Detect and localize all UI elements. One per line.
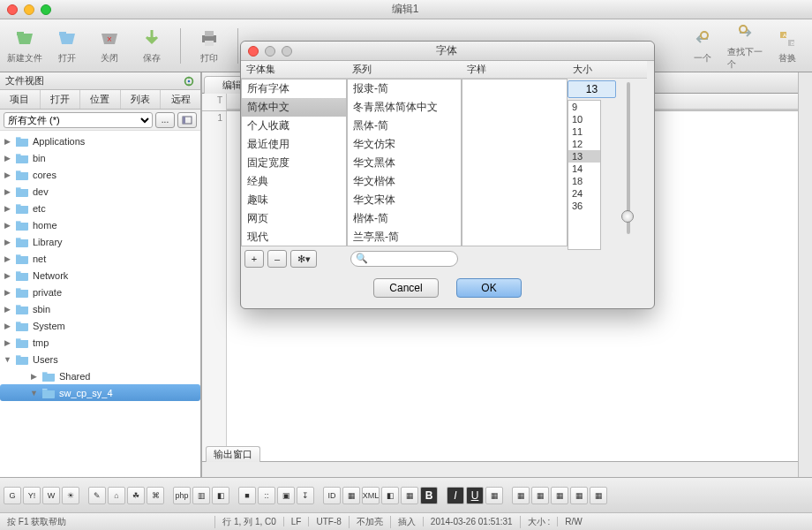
bottom-icon[interactable]: ▣ <box>277 487 295 504</box>
fontset-list[interactable]: 所有字体简体中文个人收藏最近使用固定宽度经典趣味网页现代PDF <box>241 79 347 246</box>
disclosure-icon[interactable]: ▼ <box>30 389 38 398</box>
file-filter-select[interactable]: 所有文件 (*) <box>4 112 153 128</box>
series-item[interactable]: 兰亭黑-简 <box>348 228 461 246</box>
series-item[interactable]: 华文仿宋 <box>348 135 461 154</box>
size-list[interactable]: 91011121314182436 <box>568 100 601 250</box>
bottom-icon[interactable]: ▦ <box>512 487 530 504</box>
dialog-close-icon[interactable] <box>248 46 259 57</box>
tree-item[interactable]: ▶bin <box>0 149 200 166</box>
print-button[interactable]: 打印 <box>192 27 227 64</box>
cancel-button[interactable]: Cancel <box>373 278 439 298</box>
status-ins[interactable]: 插入 <box>390 516 423 528</box>
close-window-icon[interactable] <box>7 4 18 15</box>
bottom-icon[interactable]: ▦ <box>551 487 568 504</box>
remove-fontset-button[interactable]: – <box>267 250 287 268</box>
tree-item[interactable]: ▼Users <box>0 351 200 367</box>
disclosure-icon[interactable]: ▶ <box>4 271 11 280</box>
bottom-icon[interactable]: G <box>4 487 21 504</box>
bottom-icon[interactable]: ▦ <box>485 487 503 504</box>
tree-item[interactable]: ▶etc <box>0 200 200 216</box>
filter-toggle-button[interactable] <box>177 112 197 128</box>
sidebar-tab[interactable]: 位置 <box>80 90 121 109</box>
fontset-item[interactable]: 网页 <box>242 209 346 228</box>
series-item[interactable]: 黑体-简 <box>348 117 461 135</box>
series-list[interactable]: 报隶-简冬青黑体简体中文黑体-简华文仿宋华文黑体华文楷体华文宋体楷体-简兰亭黑-… <box>347 79 462 246</box>
tree-item[interactable]: ▶private <box>0 284 200 300</box>
bottom-icon[interactable]: php <box>173 487 191 504</box>
bottom-icon[interactable]: W <box>42 487 60 504</box>
disclosure-icon[interactable]: ▶ <box>30 372 38 381</box>
tree-item[interactable]: ▶Library <box>0 233 200 250</box>
disclosure-icon[interactable]: ▶ <box>4 238 11 246</box>
bottom-icon[interactable]: Y! <box>23 487 41 504</box>
series-item[interactable]: 华文楷体 <box>348 172 461 191</box>
size-item[interactable]: 10 <box>568 113 600 125</box>
size-item[interactable]: 11 <box>568 125 600 138</box>
open-button[interactable]: 打开 <box>49 27 85 64</box>
fontset-item[interactable]: 趣味 <box>242 191 346 209</box>
bottom-icon[interactable]: ▦ <box>342 487 360 504</box>
series-item[interactable]: 报隶-简 <box>348 80 461 98</box>
output-tab[interactable]: 输出窗口 <box>206 446 260 462</box>
size-item[interactable]: 14 <box>568 163 600 175</box>
fontset-gear-button[interactable]: ✻▾ <box>290 250 317 268</box>
fontset-item[interactable]: 所有字体 <box>242 80 346 98</box>
file-tree[interactable]: ▶Applications▶bin▶cores▶dev▶etc▶home▶Lib… <box>0 131 200 477</box>
bottom-icon[interactable]: ■ <box>238 487 256 504</box>
add-fontset-button[interactable]: + <box>244 250 264 268</box>
disclosure-icon[interactable]: ▶ <box>4 187 11 196</box>
zoom-window-icon[interactable] <box>41 4 51 15</box>
bottom-icon[interactable]: ✎ <box>88 487 106 504</box>
minimize-window-icon[interactable] <box>24 4 34 15</box>
bottom-icon[interactable]: ☘ <box>127 487 145 504</box>
tree-item[interactable]: ▶Applications <box>0 132 200 149</box>
fontset-item[interactable]: 最近使用 <box>242 135 346 154</box>
tree-item[interactable]: ▶tmp <box>0 334 200 351</box>
disclosure-icon[interactable]: ▼ <box>4 355 11 364</box>
bottom-icon[interactable]: ☀ <box>62 487 79 504</box>
size-item[interactable]: 18 <box>568 175 600 187</box>
sidebar-tab[interactable]: 列表 <box>121 90 162 109</box>
size-item[interactable]: 24 <box>568 187 600 200</box>
size-item[interactable]: 9 <box>568 101 600 113</box>
fontset-item[interactable]: 固定宽度 <box>242 154 346 172</box>
find-prev-button[interactable]: 一个 <box>685 27 720 64</box>
bottom-icon[interactable]: ID <box>323 487 341 504</box>
style-list[interactable] <box>462 79 568 246</box>
new-file-button[interactable]: 新建文件 <box>7 27 42 64</box>
tree-item[interactable]: ▶sbin <box>0 300 200 317</box>
fontset-item[interactable]: 个人收藏 <box>242 117 346 135</box>
tree-item[interactable]: ▶System <box>0 317 200 334</box>
bottom-icon[interactable]: ↧ <box>297 487 314 504</box>
bottom-icon[interactable]: B <box>420 487 438 504</box>
bottom-icon[interactable]: ▦ <box>570 487 588 504</box>
disclosure-icon[interactable]: ▶ <box>4 221 11 230</box>
disclosure-icon[interactable]: ▶ <box>4 137 11 146</box>
tree-item[interactable]: ▶net <box>0 250 200 267</box>
bottom-icon[interactable]: ⌂ <box>108 487 125 504</box>
bottom-icon[interactable]: ▥ <box>192 487 210 504</box>
bottom-icon[interactable]: ◧ <box>381 487 399 504</box>
save-button[interactable]: 保存 <box>134 27 169 64</box>
tree-item[interactable]: ▶cores <box>0 166 200 183</box>
bottom-icon[interactable]: ◧ <box>212 487 229 504</box>
disclosure-icon[interactable]: ▶ <box>4 288 11 297</box>
disclosure-icon[interactable]: ▶ <box>4 305 11 314</box>
status-hl[interactable]: 不加亮 <box>349 516 390 528</box>
tree-item[interactable]: ▶Network <box>0 267 200 284</box>
disclosure-icon[interactable]: ▶ <box>4 254 11 263</box>
close-button[interactable]: × 关闭 <box>92 27 127 64</box>
find-next-button[interactable]: 查找下一个 <box>727 21 763 71</box>
disclosure-icon[interactable]: ▶ <box>4 338 11 347</box>
slider-knob[interactable] <box>621 210 634 223</box>
bottom-icon[interactable]: I <box>447 487 464 504</box>
tree-item[interactable]: ▶dev <box>0 183 200 200</box>
filter-more-button[interactable]: ... <box>155 112 175 128</box>
series-item[interactable]: 华文宋体 <box>348 191 461 209</box>
disclosure-icon[interactable]: ▶ <box>4 322 11 330</box>
bottom-icon[interactable]: :: <box>258 487 275 504</box>
disclosure-icon[interactable]: ▶ <box>4 154 11 163</box>
series-item[interactable]: 冬青黑体简体中文 <box>348 98 461 117</box>
series-item[interactable]: 楷体-简 <box>348 209 461 228</box>
sidebar-tab[interactable]: 项目 <box>0 90 41 109</box>
